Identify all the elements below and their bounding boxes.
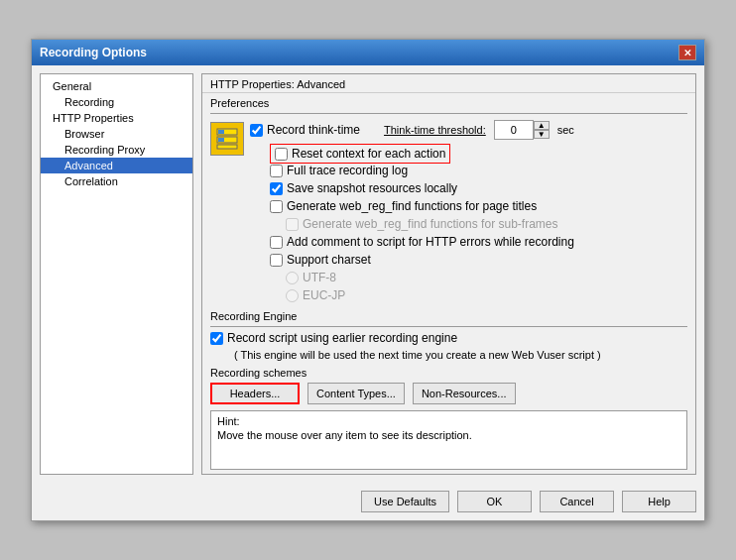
sidebar-item-general[interactable]: General xyxy=(41,78,192,94)
preferences-icon xyxy=(210,122,244,156)
threshold-input[interactable] xyxy=(494,120,534,140)
sidebar-item-http-properties[interactable]: HTTP Properties xyxy=(41,110,192,126)
svg-rect-4 xyxy=(218,138,224,142)
generate-sub-frames-checkbox[interactable] xyxy=(286,218,299,231)
record-think-time-checkbox[interactable] xyxy=(250,124,263,137)
save-snapshot-checkbox[interactable] xyxy=(270,182,283,195)
reset-context-label[interactable]: Reset context for each action xyxy=(275,147,445,161)
full-trace-label[interactable]: Full trace recording log xyxy=(270,164,408,177)
record-think-time-row: Record think-time Think-time threshold: … xyxy=(250,120,687,140)
dialog-body: General Recording HTTP Properties Browse… xyxy=(32,65,704,483)
reset-context-row: Reset context for each action xyxy=(250,144,687,164)
generate-sub-frames-row: Generate web_reg_find functions for sub-… xyxy=(250,217,687,231)
section-title-text: HTTP Properties: Advanced xyxy=(210,78,345,90)
hint-label: Hint: xyxy=(217,415,680,427)
eucjp-row: EUC-JP xyxy=(250,288,687,302)
sidebar-item-advanced[interactable]: Advanced xyxy=(41,158,192,173)
support-charset-row: Support charset xyxy=(250,253,687,267)
record-script-row: Record script using earlier recording en… xyxy=(210,331,687,345)
dialog-footer: Use Defaults OK Cancel Help xyxy=(32,483,704,520)
add-comment-checkbox[interactable] xyxy=(270,236,283,249)
save-snapshot-row: Save snapshot resources locally xyxy=(250,181,687,195)
reset-context-checkbox[interactable] xyxy=(275,148,288,161)
reset-context-highlight: Reset context for each action xyxy=(270,144,450,164)
content-types-button[interactable]: Content Types... xyxy=(307,383,405,404)
close-button[interactable]: ✕ xyxy=(678,45,696,60)
generate-sub-frames-label[interactable]: Generate web_reg_find functions for sub-… xyxy=(286,217,557,231)
sidebar-item-correlation[interactable]: Correlation xyxy=(41,173,192,189)
dialog-title: Recording Options xyxy=(40,46,147,59)
preferences-label: Preferences xyxy=(210,97,687,109)
full-trace-checkbox[interactable] xyxy=(270,165,283,177)
eucjp-label[interactable]: EUC-JP xyxy=(286,288,345,302)
hint-box: Hint: Move the mouse over any item to se… xyxy=(210,410,687,470)
spin-down-button[interactable]: ▼ xyxy=(534,130,550,139)
non-resources-button[interactable]: Non-Resources... xyxy=(413,383,516,404)
utf8-row: UTF-8 xyxy=(250,271,687,284)
help-button[interactable]: Help xyxy=(622,491,696,512)
main-content-panel: HTTP Properties: Advanced Preferences xyxy=(201,73,696,475)
add-comment-row: Add comment to script for HTTP errors wh… xyxy=(250,235,687,249)
hint-text: Move the mouse over any item to see its … xyxy=(217,429,680,441)
think-time-threshold-label: Think-time threshold: xyxy=(384,124,486,136)
save-snapshot-label[interactable]: Save snapshot resources locally xyxy=(270,181,457,195)
cancel-button[interactable]: Cancel xyxy=(540,491,614,512)
title-controls: ✕ xyxy=(678,45,696,60)
recording-engine-section: Recording Engine Record script using ear… xyxy=(202,306,695,361)
sec-label: sec xyxy=(557,124,574,136)
recording-options-dialog: Recording Options ✕ General Recording HT… xyxy=(31,39,705,521)
preferences-options: Record think-time Think-time threshold: … xyxy=(250,120,687,306)
svg-rect-2 xyxy=(217,145,237,149)
add-comment-label[interactable]: Add comment to script for HTTP errors wh… xyxy=(270,235,574,249)
eucjp-radio[interactable] xyxy=(286,289,299,302)
title-bar: Recording Options ✕ xyxy=(32,40,704,65)
use-defaults-button[interactable]: Use Defaults xyxy=(361,491,449,512)
recording-schemes-label: Recording schemes xyxy=(210,367,687,379)
sidebar-item-recording[interactable]: Recording xyxy=(41,94,192,110)
sidebar: General Recording HTTP Properties Browse… xyxy=(40,73,193,475)
utf8-label[interactable]: UTF-8 xyxy=(286,271,336,284)
sidebar-item-recording-proxy[interactable]: Recording Proxy xyxy=(41,142,192,158)
record-think-time-label[interactable]: Record think-time xyxy=(250,123,360,137)
record-script-sub-label: ( This engine will be used the next time… xyxy=(210,349,687,361)
generate-web-reg-checkbox[interactable] xyxy=(270,200,283,213)
record-script-checkbox[interactable] xyxy=(210,332,223,345)
ok-button[interactable]: OK xyxy=(457,491,532,512)
sidebar-item-browser[interactable]: Browser xyxy=(41,126,192,142)
recording-engine-label: Recording Engine xyxy=(210,310,687,322)
generate-web-reg-label[interactable]: Generate web_reg_find functions for page… xyxy=(270,199,537,213)
recording-schemes-section: Recording schemes Headers... Content Typ… xyxy=(202,363,695,404)
utf8-radio[interactable] xyxy=(286,272,299,284)
record-script-label[interactable]: Record script using earlier recording en… xyxy=(210,331,457,345)
support-charset-label[interactable]: Support charset xyxy=(270,253,371,267)
spin-up-button[interactable]: ▲ xyxy=(534,121,550,130)
threshold-spinner: ▲ ▼ xyxy=(494,120,550,140)
scheme-buttons-row: Headers... Content Types... Non-Resource… xyxy=(210,383,687,404)
support-charset-checkbox[interactable] xyxy=(270,254,283,267)
spinner-buttons: ▲ ▼ xyxy=(534,121,550,139)
section-header: HTTP Properties: Advanced xyxy=(202,74,695,93)
generate-web-reg-row: Generate web_reg_find functions for page… xyxy=(250,199,687,213)
full-trace-row: Full trace recording log xyxy=(250,164,687,177)
headers-button[interactable]: Headers... xyxy=(210,383,300,404)
svg-rect-3 xyxy=(218,130,224,134)
